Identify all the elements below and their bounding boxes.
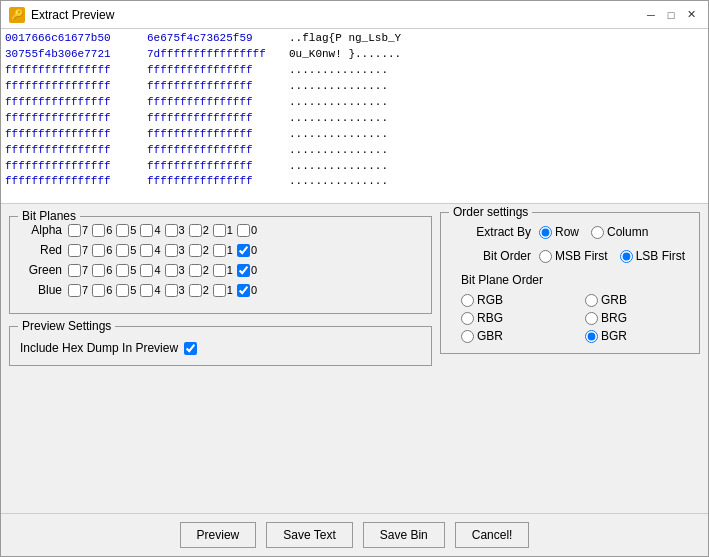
bit-checkbox-alpha-2[interactable]	[189, 224, 202, 237]
lsb-first-radio[interactable]	[620, 250, 633, 263]
extract-by-column-radio[interactable]	[591, 226, 604, 239]
bit-checkbox-alpha-4[interactable]	[140, 224, 153, 237]
bit-checkbox-alpha-7[interactable]	[68, 224, 81, 237]
bit-item: 5	[116, 284, 136, 297]
bit-checkbox-blue-5[interactable]	[116, 284, 129, 297]
bit-checkbox-green-0[interactable]	[237, 264, 250, 277]
save-text-button[interactable]: Save Text	[266, 522, 352, 548]
bit-label: 2	[203, 224, 209, 236]
bit-label: 0	[251, 224, 257, 236]
bit-item: 5	[116, 264, 136, 277]
lsb-first-label: LSB First	[636, 249, 685, 263]
bit-row: Red76543210	[20, 243, 421, 257]
window-title: Extract Preview	[31, 8, 114, 22]
app-icon: 🔑	[9, 7, 25, 23]
bit-item: 5	[116, 224, 136, 237]
bit-checkbox-blue-0[interactable]	[237, 284, 250, 297]
bit-checkbox-green-5[interactable]	[116, 264, 129, 277]
bit-checkbox-red-5[interactable]	[116, 244, 129, 257]
bit-item: 6	[92, 244, 112, 257]
hex-addr: 30755f4b306e7721	[5, 47, 135, 63]
bit-checkbox-alpha-0[interactable]	[237, 224, 250, 237]
title-bar: 🔑 Extract Preview ─ □ ✕	[1, 1, 708, 29]
bit-checkbox-blue-1[interactable]	[213, 284, 226, 297]
bit-checkbox-alpha-5[interactable]	[116, 224, 129, 237]
bit-checkbox-red-7[interactable]	[68, 244, 81, 257]
bit-checkbox-green-1[interactable]	[213, 264, 226, 277]
order-settings-group: Order settings Extract By Row Column	[440, 212, 700, 354]
bit-planes-group: Bit Planes Alpha76543210Red76543210Green…	[9, 216, 432, 314]
bit-checkbox-red-6[interactable]	[92, 244, 105, 257]
hex-line: ffffffffffffffffffffffffffffffff........…	[5, 174, 704, 190]
bit-checkbox-blue-3[interactable]	[165, 284, 178, 297]
bit-plane-radio-gbr[interactable]	[461, 330, 474, 343]
hex-ascii: ...............	[289, 174, 409, 190]
bit-row: Green76543210	[20, 263, 421, 277]
bit-item: 4	[140, 284, 160, 297]
bit-checkbox-alpha-3[interactable]	[165, 224, 178, 237]
msb-first-radio[interactable]	[539, 250, 552, 263]
bit-checkbox-alpha-1[interactable]	[213, 224, 226, 237]
bit-label: 6	[106, 264, 112, 276]
bit-checkbox-blue-4[interactable]	[140, 284, 153, 297]
bit-rows-container: Alpha76543210Red76543210Green76543210Blu…	[20, 223, 421, 297]
hex-dump-checkbox[interactable]	[184, 342, 197, 355]
bit-checkbox-green-2[interactable]	[189, 264, 202, 277]
hex-addr: ffffffffffffffff	[5, 159, 135, 175]
close-button[interactable]: ✕	[682, 7, 700, 23]
hex-ascii: ...............	[289, 95, 409, 111]
minimize-button[interactable]: ─	[642, 7, 660, 23]
save-bin-button[interactable]: Save Bin	[363, 522, 445, 548]
hex-bytes: ffffffffffffffff	[147, 159, 277, 175]
bit-checkbox-blue-7[interactable]	[68, 284, 81, 297]
bit-checkbox-green-3[interactable]	[165, 264, 178, 277]
bit-checkbox-green-4[interactable]	[140, 264, 153, 277]
bit-label: 6	[106, 244, 112, 256]
order-settings-title: Order settings	[449, 205, 532, 219]
bit-item: 3	[165, 284, 185, 297]
bit-checkbox-green-6[interactable]	[92, 264, 105, 277]
bit-checkbox-green-7[interactable]	[68, 264, 81, 277]
bit-checkbox-red-3[interactable]	[165, 244, 178, 257]
cancel-button[interactable]: Cancel!	[455, 522, 530, 548]
bit-checkbox-red-4[interactable]	[140, 244, 153, 257]
hex-bytes: ffffffffffffffff	[147, 111, 277, 127]
hex-line: ffffffffffffffffffffffffffffffff........…	[5, 143, 704, 159]
bit-item: 7	[68, 244, 88, 257]
hex-line: ffffffffffffffffffffffffffffffff........…	[5, 95, 704, 111]
bit-label: 2	[203, 264, 209, 276]
extract-by-row: Extract By Row Column	[451, 225, 689, 239]
bit-label: 3	[179, 284, 185, 296]
extract-by-row-radio[interactable]	[539, 226, 552, 239]
title-bar-controls: ─ □ ✕	[642, 7, 700, 23]
bit-checkbox-blue-6[interactable]	[92, 284, 105, 297]
bit-item: 7	[68, 284, 88, 297]
bit-plane-radio-rgb[interactable]	[461, 294, 474, 307]
bit-plane-radio-bgr[interactable]	[585, 330, 598, 343]
bit-plane-radio-rbg[interactable]	[461, 312, 474, 325]
hex-dump-row: Include Hex Dump In Preview	[20, 341, 421, 355]
bit-label: 6	[106, 284, 112, 296]
bit-item: 5	[116, 244, 136, 257]
bit-checkbox-red-1[interactable]	[213, 244, 226, 257]
bit-plane-option-grb: GRB	[585, 293, 689, 307]
main-window: 🔑 Extract Preview ─ □ ✕ 0017666c61677b50…	[0, 0, 709, 557]
title-bar-left: 🔑 Extract Preview	[9, 7, 114, 23]
extract-by-label: Extract By	[451, 225, 531, 239]
bit-plane-order-group: Bit Plane Order RGBGRBRBGBRGGBRBGR	[461, 273, 689, 343]
bit-checkbox-alpha-6[interactable]	[92, 224, 105, 237]
hex-line: ffffffffffffffffffffffffffffffff........…	[5, 111, 704, 127]
bit-plane-radio-grb[interactable]	[585, 294, 598, 307]
extract-by-column-label: Column	[607, 225, 648, 239]
bit-label: 4	[154, 264, 160, 276]
bit-plane-radio-brg[interactable]	[585, 312, 598, 325]
bit-item: 6	[92, 264, 112, 277]
preview-button[interactable]: Preview	[180, 522, 257, 548]
bit-checkbox-red-0[interactable]	[237, 244, 250, 257]
maximize-button[interactable]: □	[662, 7, 680, 23]
bit-checkbox-red-2[interactable]	[189, 244, 202, 257]
hex-addr: ffffffffffffffff	[5, 174, 135, 190]
left-panel: Bit Planes Alpha76543210Red76543210Green…	[9, 212, 432, 505]
bit-checkbox-blue-2[interactable]	[189, 284, 202, 297]
hex-line: ffffffffffffffffffffffffffffffff........…	[5, 63, 704, 79]
